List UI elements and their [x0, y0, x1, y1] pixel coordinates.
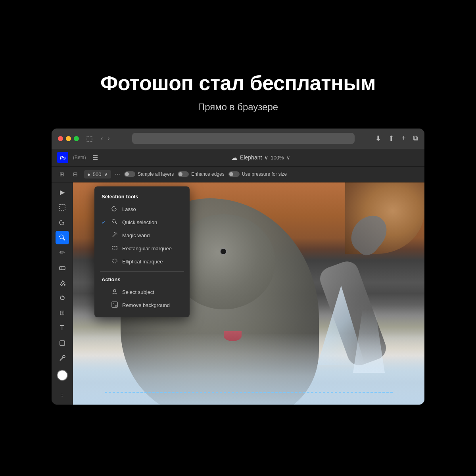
svg-line-2 [63, 238, 65, 240]
browser-window: ⬚ ‹ › ⬇ ⬆ + ⧉ Ps (Beta) ☰ ☁ Elephant ∨ 1… [52, 129, 424, 405]
color-swatch[interactable] [57, 370, 68, 381]
quick-selection-tool-button[interactable] [56, 231, 69, 244]
selection-tools-dropdown: Selection tools Lasso ✓ [94, 186, 190, 317]
select-subject-item-icon [111, 288, 118, 296]
ps-beta-label: (Beta) [73, 155, 86, 160]
cloud-icon: ☁ [231, 154, 238, 161]
ellipse-marquee-item-icon [111, 258, 118, 265]
ellipse-marquee-item-label: Elliptical marquee [122, 259, 163, 265]
svg-line-19 [116, 232, 116, 233]
lasso-item-icon [111, 205, 118, 213]
quick-selection-item-icon [111, 219, 118, 226]
enhance-edges-switch[interactable] [178, 171, 189, 177]
red-traffic-light[interactable] [58, 136, 63, 141]
pressure-size-switch[interactable] [228, 171, 240, 177]
copy-window-icon[interactable]: ⧉ [413, 134, 418, 143]
add-tab-icon[interactable]: + [401, 134, 406, 143]
clone-stamp-icon [59, 294, 66, 301]
sample-layers-switch[interactable] [124, 171, 135, 177]
paint-bucket-icon [59, 279, 66, 286]
enhance-edges-toggle[interactable]: Enhance edges [178, 171, 224, 177]
eraser-tool-button[interactable] [56, 261, 69, 274]
magic-wand-item-icon [111, 232, 118, 239]
svg-point-21 [112, 259, 117, 263]
selection-tools-title: Selection tools [94, 192, 190, 203]
svg-point-14 [112, 219, 115, 223]
svg-point-22 [113, 290, 116, 292]
magic-wand-item-label: Magic wand [122, 232, 150, 238]
ellipse-marquee-menu-item[interactable]: Elliptical marquee [94, 255, 190, 268]
brush-size-selector[interactable]: ● 500 ∨ [84, 170, 111, 178]
left-toolbar: ▶ ✏ [52, 182, 73, 405]
svg-rect-3 [60, 267, 65, 270]
lasso-tool-icon [59, 219, 66, 226]
rect-marquee-item-icon [111, 245, 118, 252]
eyedropper-tool-button[interactable] [56, 351, 69, 365]
quick-selection-menu-item[interactable]: ✓ Quick selection [94, 216, 190, 229]
main-content: ▶ ✏ [52, 182, 424, 405]
remove-bg-item-icon [111, 301, 118, 309]
zoom-chevron[interactable]: ∨ [286, 155, 290, 161]
paint-bucket-tool-button[interactable] [56, 276, 69, 290]
ps-title-area: ☁ Elephant ∨ 100% ∨ [103, 154, 419, 161]
ps-hamburger-icon[interactable]: ☰ [92, 154, 98, 161]
crop-tool-button[interactable]: ⊞ [56, 306, 69, 320]
svg-rect-26 [113, 305, 114, 307]
pressure-size-toggle[interactable]: Use pressure for size [228, 171, 287, 177]
canvas-area[interactable]: Selection tools Lasso ✓ [73, 182, 424, 405]
move-tool-button[interactable]: ▶ [56, 186, 69, 199]
download-icon[interactable]: ⬇ [375, 134, 381, 143]
nav-arrows: ‹ › [99, 134, 111, 143]
yellow-traffic-light[interactable] [66, 136, 71, 141]
adjust-tool-button[interactable]: ↕ [56, 388, 69, 401]
file-name-chevron[interactable]: ∨ [264, 154, 268, 161]
svg-rect-24 [113, 303, 114, 304]
lasso-tool-button[interactable] [56, 216, 69, 229]
forward-arrow[interactable]: › [106, 134, 111, 143]
green-traffic-light[interactable] [74, 136, 79, 141]
actions-section-title: Actions [94, 275, 190, 286]
brush-circle: ● [87, 171, 90, 177]
back-arrow[interactable]: ‹ [99, 134, 104, 143]
shapes-tool-button[interactable] [56, 336, 69, 350]
address-bar[interactable] [132, 133, 355, 144]
eraser-tool-icon [59, 264, 66, 271]
share-icon[interactable]: ⬆ [388, 134, 394, 143]
remove-bg-item-label: Remove background [122, 302, 170, 308]
sample-layers-label: Sample all layers [138, 171, 174, 177]
selection-mode-icon[interactable]: ⊞ [57, 169, 67, 179]
marquee-tool-button[interactable] [56, 201, 69, 214]
file-name[interactable]: Elephant [240, 154, 262, 161]
shapes-tool-icon [59, 340, 66, 347]
svg-line-16 [113, 233, 117, 237]
svg-point-5 [64, 284, 65, 286]
zoom-level[interactable]: 100% [271, 155, 284, 161]
title-bar-actions: ⬇ ⬆ + ⧉ [375, 134, 418, 143]
lasso-menu-item[interactable]: Lasso [94, 203, 190, 216]
traffic-lights [58, 136, 79, 141]
sidebar-toggle-icon[interactable]: ⬚ [86, 134, 93, 143]
magic-wand-menu-item[interactable]: Magic wand [94, 229, 190, 242]
clone-stamp-button[interactable] [56, 291, 69, 305]
selection-marquee [105, 392, 393, 393]
select-subject-menu-item[interactable]: Select subject [94, 286, 190, 299]
rect-marquee-menu-item[interactable]: Rectangular marquee [94, 242, 190, 255]
lasso-item-label: Lasso [122, 206, 136, 212]
sample-layers-toggle[interactable]: Sample all layers [124, 171, 174, 177]
remove-bg-menu-item[interactable]: Remove background [94, 299, 190, 312]
brush-tool-button[interactable]: ✏ [56, 246, 69, 259]
svg-rect-11 [60, 341, 65, 345]
type-tool-button[interactable]: T [56, 321, 69, 335]
quick-sel-tool-icon [59, 234, 66, 241]
eyedropper-icon [59, 355, 66, 362]
enhance-edges-label: Enhance edges [191, 171, 224, 177]
dropdown-divider [100, 271, 184, 272]
pressure-size-label: Use pressure for size [242, 171, 287, 177]
brush-size-chevron[interactable]: ∨ [104, 171, 108, 177]
title-bar: ⬚ ‹ › ⬇ ⬆ + ⧉ [52, 129, 424, 149]
more-options-dots[interactable]: ··· [115, 171, 120, 178]
svg-rect-20 [112, 246, 117, 250]
svg-point-1 [60, 235, 63, 239]
add-selection-icon[interactable]: ⊟ [71, 169, 80, 179]
headline: Фотошоп стал бесплатным [100, 71, 376, 95]
